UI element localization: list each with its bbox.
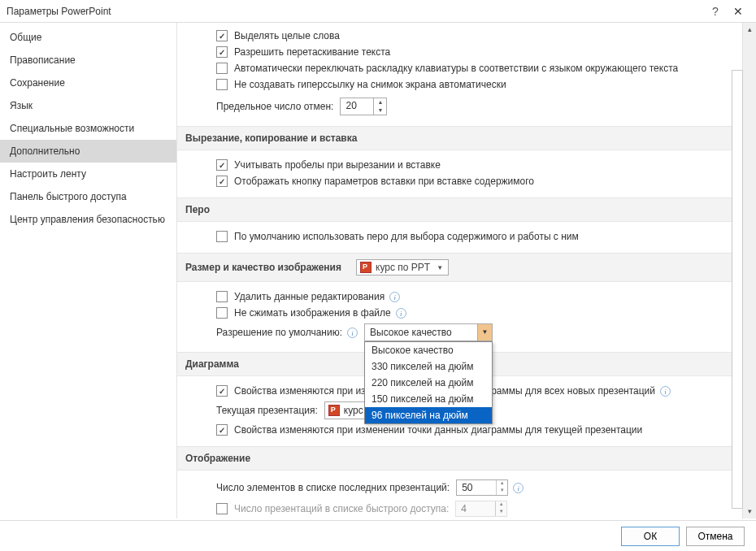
info-icon[interactable]: i [396, 308, 406, 319]
drag-drop-label: Разрешить перетаскивание текста [234, 46, 390, 58]
powerpoint-file-icon [360, 262, 371, 273]
auto-keyboard-label: Автоматически переключать раскладку клав… [234, 63, 678, 74]
resolution-option[interactable]: 96 пикселей на дюйм [365, 407, 492, 423]
quick-access-spinner: 4 ▲▼ [455, 501, 507, 517]
inner-scrollbar[interactable] [732, 70, 743, 509]
drag-drop-checkbox[interactable] [216, 46, 228, 58]
chart-prop-all-checkbox[interactable] [216, 385, 228, 397]
auto-keyboard-checkbox[interactable] [216, 63, 228, 74]
spinner-down-icon[interactable]: ▼ [374, 106, 386, 115]
dialog-footer: ОК Отмена [0, 520, 756, 551]
show-paste-btn-label: Отображать кнопку параметров вставки при… [234, 176, 534, 187]
show-paste-btn-checkbox[interactable] [216, 176, 228, 187]
chart-prop-current-checkbox[interactable] [216, 424, 228, 436]
resolution-option[interactable]: 220 пикселей на дюйм [365, 375, 492, 391]
smart-spaces-label: Учитывать пробелы при вырезании и вставк… [234, 159, 441, 171]
cutpaste-section-header: Вырезание, копирование и вставка [177, 126, 756, 150]
chevron-down-icon: ▼ [435, 264, 445, 271]
quick-access-checkbox[interactable] [216, 503, 228, 514]
smart-spaces-checkbox[interactable] [216, 159, 228, 171]
no-hyperlink-checkbox[interactable] [216, 79, 228, 90]
info-icon[interactable]: i [513, 483, 524, 493]
scroll-up-icon[interactable]: ▴ [743, 23, 756, 37]
undo-count-spinner[interactable]: 20 ▲▼ [340, 98, 387, 115]
help-icon[interactable]: ? [704, 5, 727, 18]
sidebar-item-proofing[interactable]: Правописание [0, 49, 176, 72]
image-quality-file-combo[interactable]: курс по PPT ▼ [356, 259, 449, 276]
chevron-down-icon[interactable]: ▼ [477, 324, 492, 341]
window-title: Параметры PowerPoint [7, 6, 704, 17]
info-icon[interactable]: i [389, 292, 400, 302]
sidebar-item-language[interactable]: Язык [0, 94, 176, 117]
ok-button[interactable]: ОК [621, 527, 680, 546]
sidebar-item-trust-center[interactable]: Центр управления безопасностью [0, 208, 176, 231]
resolution-option[interactable]: 330 пикселей на дюйм [365, 358, 492, 375]
sidebar-item-general[interactable]: Общие [0, 26, 176, 49]
image-quality-section-header: Размер и качество изображения курс по PP… [177, 253, 756, 282]
pen-default-label: По умолчанию использовать перо для выбор… [234, 231, 579, 242]
sidebar-item-accessibility[interactable]: Специальные возможности [0, 117, 176, 140]
discard-edit-label: Удалить данные редактирования [234, 291, 385, 302]
sidebar: Общие Правописание Сохранение Язык Специ… [0, 23, 177, 518]
resolution-option[interactable]: 150 пикселей на дюйм [365, 391, 492, 407]
discard-edit-checkbox[interactable] [216, 291, 228, 302]
undo-count-label: Предельное число отмен: [216, 101, 333, 112]
default-resolution-combo[interactable]: Высокое качество ▼ Высокое качество 330 … [364, 323, 493, 341]
recent-pres-label: Число элементов в списке последних презе… [216, 482, 450, 493]
sidebar-item-save[interactable]: Сохранение [0, 72, 176, 94]
info-icon[interactable]: i [660, 386, 671, 397]
no-hyperlink-label: Не создавать гиперссылку на снимок экран… [234, 79, 506, 90]
no-compress-checkbox[interactable] [216, 307, 228, 319]
default-resolution-label: Разрешение по умолчанию: [216, 327, 342, 338]
current-presentation-label: Текущая презентация: [216, 405, 318, 416]
sidebar-item-customize-ribbon[interactable]: Настроить ленту [0, 163, 176, 185]
outer-scrollbar[interactable]: ▴ ▾ [742, 23, 756, 518]
no-compress-label: Не сжимать изображения в файле [234, 307, 391, 319]
chart-prop-current-label: Свойства изменяются при изменении точки … [234, 424, 642, 436]
cancel-button[interactable]: Отмена [686, 527, 745, 546]
powerpoint-file-icon [328, 405, 340, 416]
quick-access-label: Число презентаций в списке быстрого дост… [234, 503, 449, 514]
resolution-dropdown-list: Высокое качество 330 пикселей на дюйм 22… [364, 341, 493, 424]
info-icon[interactable]: i [347, 328, 358, 338]
spinner-up-icon[interactable]: ▲ [374, 98, 386, 106]
settings-content: Выделять целые слова Разрешить перетаски… [177, 23, 756, 518]
resolution-option[interactable]: Высокое качество [365, 342, 492, 358]
recent-pres-spinner[interactable]: 50 ▲▼ [456, 479, 508, 496]
scroll-down-icon[interactable]: ▾ [743, 505, 756, 518]
display-section-header: Отображение [177, 446, 756, 471]
select-words-label: Выделять целые слова [234, 30, 340, 41]
sidebar-item-quick-access[interactable]: Панель быстрого доступа [0, 185, 176, 208]
sidebar-item-advanced[interactable]: Дополнительно [0, 140, 176, 163]
pen-default-checkbox[interactable] [216, 231, 228, 242]
close-icon[interactable]: ✕ [727, 5, 749, 18]
pen-section-header: Перо [177, 197, 756, 222]
select-words-checkbox[interactable] [216, 30, 228, 41]
